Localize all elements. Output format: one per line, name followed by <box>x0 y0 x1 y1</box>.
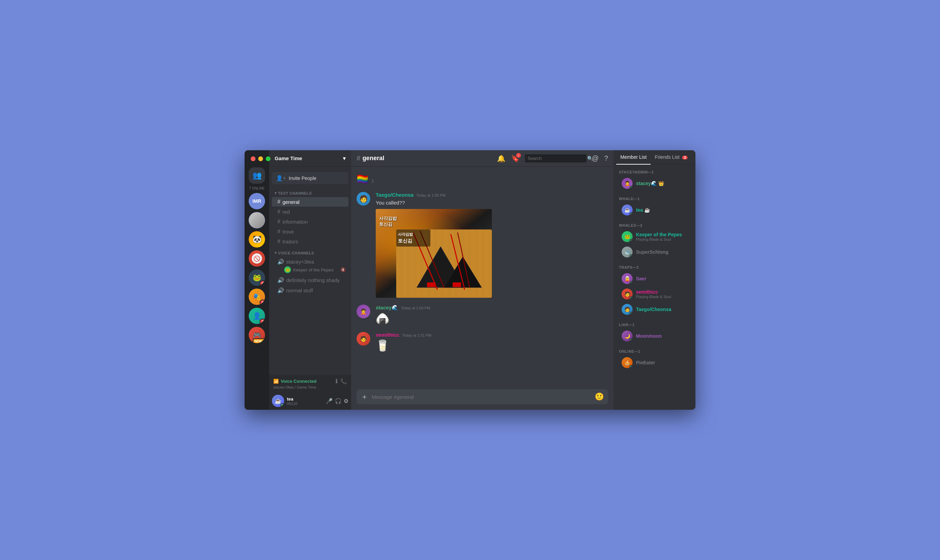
invite-people-button[interactable]: 👤+ Invite People <box>272 172 348 184</box>
section-traps3: TRAPS—3 <box>614 260 695 271</box>
server-avatar-7[interactable]: 🎮 NEW ↓ <box>249 327 265 343</box>
hash-icon: # <box>277 199 280 205</box>
voice-channel-stacey[interactable]: 🔊 stacey<3tea 🐸 Keeper of the Pepes 🔇 <box>272 257 348 275</box>
chat-channel-title: # general <box>357 154 384 162</box>
keeper-avatar: 🐸 <box>284 266 291 273</box>
people-icon: 👥 <box>252 171 262 180</box>
main-chat: # general 🔔 🔖 ! 🔍 @ ? <box>351 150 614 410</box>
channel-hash-icon: # <box>357 154 360 162</box>
traffic-light-green[interactable] <box>266 156 271 161</box>
food-image: 사각김밥토신김 <box>376 209 499 298</box>
semithicc-timestamp: Today at 1:01 PM <box>402 333 431 337</box>
hash-icon: # <box>277 218 280 225</box>
tea-status <box>629 212 632 215</box>
user-discriminator: #0110 <box>287 402 323 406</box>
at-icon[interactable]: @ <box>592 154 599 162</box>
semithicc-member-info: semithicc Playing Blade & Soul <box>636 289 690 299</box>
search-input[interactable] <box>528 156 585 161</box>
server-avatar-4[interactable]: 🐸 4 <box>249 269 265 286</box>
saer-name: Saer <box>636 276 646 282</box>
voice-channels-header[interactable]: ▾ Voice Channels <box>269 246 351 257</box>
voice-channel-shady[interactable]: 🔊 definitely nothing shady <box>272 275 348 285</box>
invite-label: Invite People <box>289 175 316 181</box>
voice-channel-normal[interactable]: 🔊 normal stuff <box>272 285 348 295</box>
dm-button[interactable]: 👥 <box>249 167 265 184</box>
member-tea[interactable]: ☕ tea ☕ <box>616 203 693 217</box>
chat-header: # general 🔔 🔖 ! 🔍 @ ? <box>351 150 614 167</box>
tab-friends-list[interactable]: Friends List 3 <box>651 150 692 165</box>
channel-name-traitors: traitors <box>283 239 298 245</box>
semithicc-status <box>629 296 632 300</box>
semithicc-name: semithicc <box>376 332 399 338</box>
server-avatar-1[interactable] <box>249 212 265 228</box>
mute-button[interactable]: 🎤 <box>326 398 333 404</box>
settings-button[interactable]: ⚙ <box>344 398 348 404</box>
hash-icon: # <box>277 228 280 235</box>
dropdown-icon: ▾ <box>343 155 346 162</box>
channel-general[interactable]: # general <box>272 197 348 206</box>
server-list: 👥 7 ONLINE IMR 🐼 🚫 🐸 4 <box>245 150 269 410</box>
server-avatar-5[interactable]: 🎭 1 <box>249 289 265 305</box>
emoji-picker-button[interactable]: 🙂 <box>595 392 604 401</box>
member-superschlong[interactable]: 🐋 SuperSchlong <box>616 245 693 260</box>
hash-icon: # <box>277 209 280 215</box>
channel-title-text: general <box>362 155 384 162</box>
traffic-light-red[interactable] <box>251 156 255 161</box>
server-imr[interactable]: IMR <box>249 193 265 209</box>
search-bar[interactable]: 🔍 <box>525 154 586 163</box>
member-list-tabs: Member List Friends List 3 <box>614 150 695 165</box>
voice-channel-name-normal: normal stuff <box>286 288 313 293</box>
text-channels-header[interactable]: ▾ Text Channels <box>269 187 351 197</box>
vc-phone-button[interactable]: 📞 <box>340 378 347 385</box>
member-semithicc[interactable]: 🧑 semithicc Playing Blade & Soul <box>616 286 693 302</box>
moonmoon-name: Moonmoon <box>636 333 662 339</box>
member-pieeater[interactable]: 🥧 PieEater <box>616 355 693 370</box>
channel-trove[interactable]: # trove <box>272 227 348 236</box>
tab-member-list[interactable]: Member List <box>616 150 651 165</box>
friends-badge: 3 <box>682 156 688 160</box>
messages-area: 🏳️‍🌈 1 🧑 Taego/Cheonsa Today at 1:00 PM … <box>351 167 614 384</box>
svg-rect-9 <box>427 282 435 287</box>
stacey-member-info: stacey🌊 👑 <box>636 181 690 186</box>
chat-header-actions: 🔔 🔖 ! 🔍 @ ? <box>497 154 608 163</box>
superschlong-status <box>629 254 632 257</box>
section-online1: ONLINE—1 <box>614 344 695 355</box>
speaker-icon: 🔊 <box>277 258 284 265</box>
server-avatar-3[interactable]: 🚫 <box>249 250 265 267</box>
taego-text: You called?? <box>376 199 608 206</box>
help-icon[interactable]: ? <box>604 154 608 162</box>
message-input[interactable] <box>372 394 591 400</box>
member-stacey[interactable]: 🧑‍🦱 stacey🌊 👑 <box>616 176 693 191</box>
vc-info-button[interactable]: ℹ <box>335 378 337 385</box>
stacey-timestamp: Today at 1:00 PM <box>401 306 431 310</box>
channel-information[interactable]: # information <box>272 217 348 226</box>
bell-icon[interactable]: 🔔 <box>497 154 506 163</box>
voice-channel-name-shady: definitely nothing shady <box>286 277 340 283</box>
message-taego: 🧑 Taego/Cheonsa Today at 1:00 PM You cal… <box>357 189 608 300</box>
server-name-bar[interactable]: Game Time ▾ <box>269 150 351 167</box>
channel-red[interactable]: # red <box>272 207 348 217</box>
tea-member-info: tea ☕ <box>636 207 690 213</box>
server-avatar-2[interactable]: 🐼 <box>249 231 265 248</box>
member-taego[interactable]: 🧑 Taego/Cheonsa <box>616 302 693 317</box>
server-avatar-6[interactable]: 👤 2 <box>249 308 265 324</box>
member-saer[interactable]: 🧝 Saer <box>616 271 693 286</box>
section-liar1: LIAR—1 <box>614 317 695 328</box>
member-keeper[interactable]: 🐸 Keeper of the Pepes Playing Blade & So… <box>616 229 693 244</box>
bookmark-icon[interactable]: 🔖 ! <box>511 154 520 163</box>
add-attachment-button[interactable]: ＋ <box>361 392 368 402</box>
deafen-button[interactable]: 🎧 <box>335 398 342 404</box>
voice-connected-bar: 📶 Voice Connected ℹ 📞 stacey<3tea / Game… <box>269 375 351 392</box>
moonmoon-status <box>629 338 632 342</box>
traffic-light-yellow[interactable] <box>258 156 263 161</box>
badge-5: 1 <box>260 300 265 305</box>
stacey-member-avatar: 🧑‍🦱 <box>622 178 632 189</box>
taego-content: Taego/Cheonsa Today at 1:00 PM You calle… <box>376 192 608 298</box>
semithicc-emoji: 🥛 <box>376 339 608 352</box>
semithicc-member-name: semithicc <box>636 289 690 295</box>
channel-traitors[interactable]: # traitors <box>272 237 348 246</box>
server-name: Game Time <box>275 155 302 161</box>
superschlong-name: SuperSchlong <box>636 249 668 255</box>
member-moonmoon[interactable]: 🌙 Moonmoon <box>616 328 693 343</box>
speaker-icon-3: 🔊 <box>277 287 284 294</box>
